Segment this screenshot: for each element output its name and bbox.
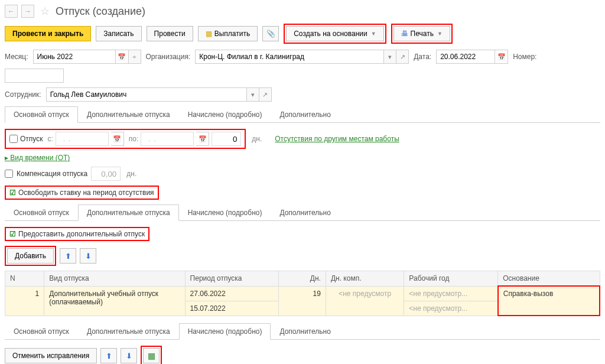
create-based-button[interactable]: Создать на основании▼ — [286, 26, 383, 41]
month-input[interactable] — [33, 50, 116, 64]
check-icon: ☑ — [9, 230, 16, 238]
move-down-button[interactable]: ⬇ — [80, 248, 96, 264]
number-input[interactable] — [5, 69, 64, 83]
card-icon: ▦ — [148, 351, 155, 360]
cancel-fix-button[interactable]: Отменить исправления — [5, 348, 97, 363]
add-button[interactable]: Добавить — [7, 248, 54, 264]
compensation-label: Компенсация отпуска — [17, 170, 87, 178]
org-dropdown[interactable]: ▾ — [383, 50, 396, 64]
tab-accrued-3[interactable]: Начислено (подробно) — [179, 323, 271, 340]
date-from-input[interactable] — [56, 132, 109, 146]
calendar-icon[interactable]: 📅 — [111, 132, 124, 146]
save-button[interactable]: Записать — [96, 26, 141, 41]
move-up-button[interactable]: ⬆ — [60, 248, 76, 264]
tabs-additional: Основной отпуск Дополнительные отпуска Н… — [5, 204, 600, 221]
table-row[interactable]: 1 Дополнительный учебный отпуск (оплачив… — [5, 286, 600, 301]
date-label: Дата: — [414, 53, 431, 61]
tab-additional[interactable]: Дополнительные отпуска — [78, 106, 179, 123]
date-to-input[interactable] — [141, 132, 194, 146]
col-n: N — [5, 271, 44, 287]
col-comp: Дн. комп. — [326, 271, 404, 287]
employee-open[interactable]: ↗ — [259, 87, 272, 102]
days-input[interactable] — [212, 132, 241, 146]
tab-extra-3[interactable]: Дополнительно — [271, 323, 339, 340]
check-icon: ☑ — [9, 188, 16, 197]
employee-dropdown[interactable]: ▾ — [246, 87, 259, 102]
month-up-down[interactable]: ÷ — [128, 50, 141, 64]
calendar-icon[interactable]: 📅 — [116, 50, 129, 64]
date-input[interactable] — [436, 50, 495, 64]
vacation-label: Отпуск — [20, 135, 43, 143]
move-up-button-2[interactable]: ⬆ — [100, 348, 117, 363]
org-label: Организация: — [146, 53, 191, 61]
provide-additional-label: Предоставить дополнительный отпуск — [18, 230, 145, 238]
attach-button[interactable]: 📎 — [262, 26, 279, 41]
post-button[interactable]: Провести — [147, 26, 193, 41]
post-close-button[interactable]: Провести и закрыть — [5, 26, 91, 41]
tab-additional-2[interactable]: Дополнительные отпуска — [78, 204, 179, 221]
tab-additional-3[interactable]: Дополнительные отпуска — [78, 323, 179, 340]
move-down-button-2[interactable]: ⬇ — [121, 348, 137, 363]
absence-link[interactable]: Отсутствия по другим местам работы — [275, 135, 399, 143]
calendar-icon[interactable]: 📅 — [196, 132, 209, 146]
col-basis: Основание — [498, 271, 600, 287]
additional-vacation-table: N Вид отпуска Период отпуска Дн. Дн. ком… — [5, 271, 600, 316]
clip-icon: 📎 — [266, 30, 275, 38]
tabs-accrued: Основной отпуск Дополнительные отпуска Н… — [5, 323, 600, 340]
tabs-main: Основной отпуск Дополнительные отпуска Н… — [5, 106, 600, 123]
favorite-star-icon[interactable]: ☆ — [40, 5, 50, 18]
tab-extra-2[interactable]: Дополнительно — [271, 204, 339, 221]
calendar-icon[interactable]: 📅 — [495, 50, 508, 64]
tab-accrued-2[interactable]: Начислено (подробно) — [179, 204, 271, 221]
arrow-down-icon: ⬇ — [126, 352, 132, 360]
compensation-input[interactable] — [91, 167, 121, 181]
employee-input[interactable] — [46, 87, 247, 102]
pay-button[interactable]: ▦Выплатить — [198, 26, 258, 41]
printer-icon: 🖶 — [401, 30, 408, 38]
col-days: Дн. — [279, 271, 326, 287]
tab-main-vacation-3[interactable]: Основной отпуск — [5, 323, 78, 340]
card-button[interactable]: ▦ — [143, 348, 160, 363]
org-input[interactable] — [195, 50, 384, 64]
dropdown-arrow-icon: ▼ — [371, 31, 376, 37]
tab-accrued[interactable]: Начислено (подробно) — [179, 106, 271, 123]
pay-icon: ▦ — [206, 30, 212, 38]
tab-main-vacation-2[interactable]: Основной отпуск — [5, 204, 78, 221]
arrow-down-icon: ⬇ — [85, 252, 92, 261]
arrow-up-icon: ⬆ — [65, 252, 71, 261]
col-period: Период отпуска — [185, 271, 279, 287]
time-type-link[interactable]: ▸ Вид времени (ОТ) — [5, 154, 70, 162]
arrow-up-icon: ⬆ — [106, 352, 112, 360]
page-title: Отпуск (создание) — [56, 5, 145, 18]
employee-label: Сотрудник: — [5, 90, 41, 99]
nav-back[interactable]: ← — [5, 5, 18, 18]
number-label: Номер: — [513, 53, 536, 61]
tab-main-vacation[interactable]: Основной отпуск — [5, 106, 78, 123]
col-year: Рабочий год — [404, 271, 498, 287]
dropdown-arrow-icon: ▼ — [437, 31, 443, 37]
vacation-checkbox[interactable] — [9, 135, 18, 143]
release-rate-label: Освободить ставку на период отсутствия — [18, 188, 154, 197]
month-label: Месяц: — [5, 53, 28, 61]
org-open[interactable]: ↗ — [396, 50, 409, 64]
compensation-checkbox[interactable] — [5, 170, 13, 178]
nav-forward[interactable]: → — [21, 5, 34, 18]
print-button[interactable]: 🖶Печать▼ — [393, 26, 450, 41]
tab-extra[interactable]: Дополнительно — [271, 106, 339, 123]
col-type: Вид отпуска — [44, 271, 185, 287]
